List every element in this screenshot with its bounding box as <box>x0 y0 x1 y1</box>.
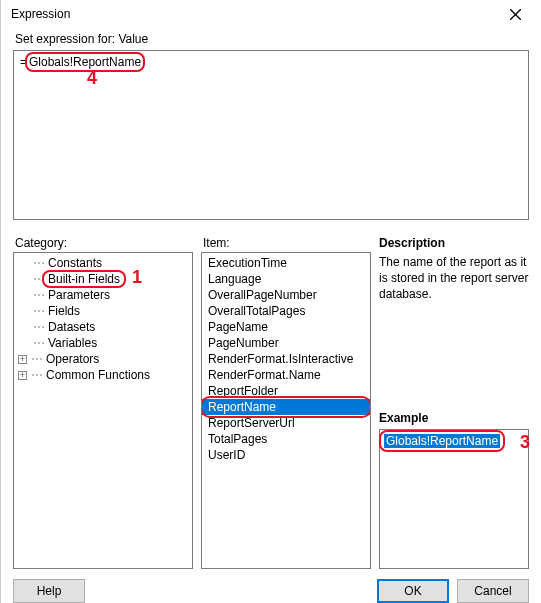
list-item[interactable]: RenderFormat.Name <box>202 367 370 383</box>
tree-constants[interactable]: ⋯ Constants <box>14 255 192 271</box>
list-item[interactable]: OverallTotalPages <box>202 303 370 319</box>
list-item[interactable]: TotalPages <box>202 431 370 447</box>
example-value: Globals!ReportName <box>384 434 500 448</box>
cancel-button[interactable]: Cancel <box>457 579 529 603</box>
annotation-3-num: 3 <box>520 432 530 453</box>
item-listbox[interactable]: ExecutionTimeLanguageOverallPageNumberOv… <box>201 252 371 569</box>
description-label: Description <box>379 236 529 250</box>
tree-datasets[interactable]: ⋯ Datasets <box>14 319 192 335</box>
tree-operators[interactable]: +⋯ Operators <box>14 351 192 367</box>
close-icon <box>510 9 521 20</box>
expression-dialog: Expression Set expression for: Value = G… <box>0 0 541 603</box>
expand-icon[interactable]: + <box>18 371 27 380</box>
tree-label: Common Functions <box>46 368 150 382</box>
set-expression-label: Set expression for: Value <box>15 32 529 46</box>
list-item[interactable]: ReportFolder <box>202 383 370 399</box>
ok-button[interactable]: OK <box>377 579 449 603</box>
category-tree[interactable]: ⋯ Constants ⋯ Built-in Fields ⋯ Paramete… <box>13 252 193 569</box>
list-item[interactable]: Language <box>202 271 370 287</box>
expr-prefix: = <box>20 55 27 69</box>
tree-label: Fields <box>48 304 80 318</box>
list-item[interactable]: RenderFormat.IsInteractive <box>202 351 370 367</box>
dialog-footer: Help OK Cancel <box>1 569 541 603</box>
description-text: The name of the report as it is stored i… <box>379 254 529 303</box>
expr-value: Globals!ReportName <box>29 55 141 69</box>
tree-label: Built-in Fields <box>48 272 120 286</box>
tree-label: Operators <box>46 352 99 366</box>
tree-label: Variables <box>48 336 97 350</box>
expand-icon[interactable]: + <box>18 355 27 364</box>
titlebar: Expression <box>1 0 541 28</box>
list-item[interactable]: OverallPageNumber <box>202 287 370 303</box>
list-item[interactable]: PageNumber <box>202 335 370 351</box>
category-label: Category: <box>15 236 193 250</box>
tree-label: Datasets <box>48 320 95 334</box>
item-label: Item: <box>203 236 371 250</box>
annotation-2-box <box>201 396 371 418</box>
list-item[interactable]: UserID <box>202 447 370 463</box>
tree-variables[interactable]: ⋯ Variables <box>14 335 192 351</box>
help-button[interactable]: Help <box>13 579 85 603</box>
list-item[interactable]: ReportServerUrl <box>202 415 370 431</box>
example-label: Example <box>379 411 529 425</box>
list-item[interactable]: PageName <box>202 319 370 335</box>
tree-label: Parameters <box>48 288 110 302</box>
tree-fields[interactable]: ⋯ Fields <box>14 303 192 319</box>
example-box: Globals!ReportName 3 <box>379 429 529 569</box>
window-title: Expression <box>11 7 495 21</box>
list-item[interactable]: ReportName <box>202 399 370 415</box>
expression-textbox[interactable]: = Globals!ReportName <box>13 50 529 220</box>
tree-parameters[interactable]: ⋯ Parameters <box>14 287 192 303</box>
tree-builtins[interactable]: ⋯ Built-in Fields <box>14 271 192 287</box>
tree-label: Constants <box>48 256 102 270</box>
tree-common-functions[interactable]: +⋯ Common Functions <box>14 367 192 383</box>
list-item[interactable]: ExecutionTime <box>202 255 370 271</box>
close-button[interactable] <box>495 0 535 28</box>
